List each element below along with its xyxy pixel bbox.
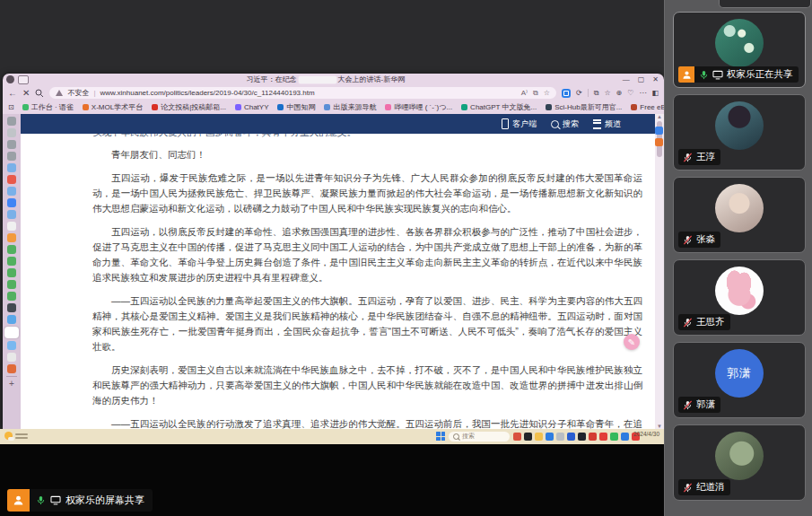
start-button[interactable]: [436, 432, 445, 441]
bookmark-item[interactable]: ChatYY: [235, 102, 269, 112]
vertical-tab-favicon[interactable]: [7, 303, 16, 312]
bookmark-item[interactable]: 工作台 · 语雀: [22, 102, 74, 112]
nav-client-app[interactable]: 客户端: [502, 118, 537, 130]
redaction-blur: [299, 76, 336, 83]
search-icon: [551, 120, 559, 128]
participant-tile[interactable]: 张淼: [673, 177, 806, 253]
vertical-tab-favicon[interactable]: [7, 187, 16, 196]
participants-panel: 权家乐正在共享王淳张淼王思齐郭潇郭潇纪道消: [664, 0, 812, 516]
vertical-tab-favicon[interactable]: [7, 268, 16, 277]
participant-tile[interactable]: 郭潇郭潇: [673, 342, 806, 418]
vertical-tab-favicon[interactable]: [7, 128, 16, 137]
back-button[interactable]: ←: [8, 89, 17, 98]
scroll-up-arrow[interactable]: ▲: [655, 114, 664, 119]
taskbar-weather-widget[interactable]: [4, 432, 28, 440]
mic-on-icon: [35, 495, 46, 506]
minimize-button[interactable]: —: [623, 75, 630, 83]
bookmark-item[interactable]: Free eBooks | Proje...: [631, 102, 664, 112]
sidebar-app-icon[interactable]: [655, 127, 663, 135]
participant-tile-partial[interactable]: [719, 0, 811, 8]
vertical-tab-favicon[interactable]: [7, 245, 16, 254]
browser-essentials-icon[interactable]: ♡: [627, 89, 633, 97]
window-title: 习近平：在纪念大会上的讲话-新华网: [32, 74, 619, 84]
taskbar-app-icon[interactable]: [621, 433, 629, 441]
floating-assistant-button[interactable]: ✎: [624, 334, 640, 350]
bookmark-item[interactable]: 出版来源导航: [324, 102, 376, 112]
read-aloud-icon[interactable]: A⁾: [521, 89, 528, 98]
bookmark-item[interactable]: 中国知网: [277, 102, 315, 112]
bookmark-item[interactable]: Sci-Hub最新可用官...: [546, 102, 622, 112]
stop-button[interactable]: ✕: [22, 89, 30, 98]
new-tab-button[interactable]: +: [9, 380, 14, 389]
vertical-tab-favicon[interactable]: [7, 280, 16, 289]
extension-refresh-icon[interactable]: ⟳: [576, 89, 582, 97]
vertical-tab-favicon[interactable]: [7, 292, 16, 301]
participant-avatar: [715, 267, 764, 315]
nav-channels[interactable]: 频道: [593, 118, 621, 130]
vertical-tab-favicon[interactable]: [7, 341, 16, 350]
favorite-star-icon[interactable]: ☆: [544, 89, 550, 98]
vertical-tab-favicon[interactable]: [7, 210, 16, 219]
vertical-tab-favicon[interactable]: [7, 140, 16, 149]
split-screen-icon[interactable]: ⧉: [594, 89, 599, 98]
presenter-badge-icon: [678, 66, 694, 83]
vertical-tab-favicon[interactable]: [7, 315, 16, 324]
taskbar-app-icon[interactable]: [535, 433, 543, 441]
vertical-tab-strip[interactable]: +: [3, 114, 21, 429]
bookmark-item[interactable]: ChatGPT 中文版免...: [461, 102, 537, 112]
taskbar-search[interactable]: 搜索: [449, 432, 510, 442]
search-icon[interactable]: [35, 89, 44, 98]
taskbar-app-icon[interactable]: [524, 433, 532, 441]
sidebar-app-icon[interactable]: [655, 138, 663, 146]
vertical-tab-favicon[interactable]: [7, 163, 16, 172]
bookmarks-panel-icon[interactable]: ⊡: [8, 103, 14, 111]
address-bar[interactable]: 不安全 | www.xinhuanet.com/politics/leaders…: [49, 87, 556, 99]
tab-preview-icon[interactable]: [18, 75, 29, 84]
page-scrollbar[interactable]: ▲ ▼: [655, 114, 664, 429]
sidebar-panel-icon[interactable]: ◧: [651, 89, 659, 97]
vertical-tab-favicon[interactable]: [7, 364, 16, 373]
paragraph: 历史深刻表明，爱国主义自古以来就流淌在中华民族血脉之中，去不掉，打不破，灭不了，…: [92, 363, 642, 408]
site-header: 客户端 搜索 频道: [21, 114, 655, 134]
vertical-tab-favicon[interactable]: [7, 117, 16, 126]
close-button[interactable]: ✕: [652, 75, 659, 83]
sidebar-mini-icons[interactable]: [655, 127, 663, 146]
vertical-tab-favicon[interactable]: [7, 152, 16, 161]
maximize-button[interactable]: ▢: [638, 75, 645, 83]
translate-icon[interactable]: ⧉: [533, 89, 538, 98]
vertical-tab-favicon[interactable]: [7, 233, 16, 242]
vertical-tab-favicon[interactable]: [7, 175, 16, 184]
vertical-tab-favicon[interactable]: [7, 222, 16, 231]
bookmark-item[interactable]: X-MOL学术平台: [83, 102, 143, 112]
phone-icon: [502, 118, 509, 129]
favicon: [22, 104, 29, 110]
vertical-tab-favicon[interactable]: [7, 257, 16, 266]
participant-tile[interactable]: 王思齐: [673, 259, 806, 336]
taskbar-app-icon[interactable]: [578, 433, 586, 441]
collections-icon[interactable]: ⊕: [616, 89, 623, 97]
taskbar-app-icon[interactable]: [513, 433, 521, 441]
participant-name: 权家乐正在共享: [727, 68, 793, 81]
favorites-icon[interactable]: ☆: [604, 89, 610, 97]
taskbar-app-icon[interactable]: [567, 433, 575, 441]
favicon: [631, 104, 637, 110]
taskbar-app-icon[interactable]: [589, 433, 597, 441]
taskbar-app-icon[interactable]: [546, 433, 554, 441]
more-menu-icon[interactable]: ⋯: [639, 89, 646, 97]
taskbar-clock[interactable]: 2024/4/30: [633, 431, 659, 437]
participant-tile[interactable]: 纪道消: [673, 424, 806, 501]
participant-tile[interactable]: 权家乐正在共享: [673, 12, 806, 88]
vertical-tab-favicon[interactable]: [7, 198, 16, 207]
nav-search[interactable]: 搜索: [551, 118, 579, 130]
bookmark-item[interactable]: 哔哩哔哩 ( ´-`)つ...: [385, 102, 452, 112]
bookmark-item[interactable]: 论文投稿|投稿邮箱...: [152, 102, 226, 112]
active-tab[interactable]: [4, 327, 19, 338]
extension-badge-icon[interactable]: [562, 89, 571, 98]
vertical-tab-favicon[interactable]: [7, 353, 16, 362]
taskbar-app-icon[interactable]: [610, 433, 618, 441]
taskbar-app-icon[interactable]: [599, 433, 607, 441]
taskbar-app-icon[interactable]: [556, 433, 564, 441]
participant-tile[interactable]: 王淳: [673, 94, 806, 171]
profile-avatar-icon[interactable]: [6, 75, 14, 83]
participant-avatar: 郭潇: [715, 349, 764, 398]
